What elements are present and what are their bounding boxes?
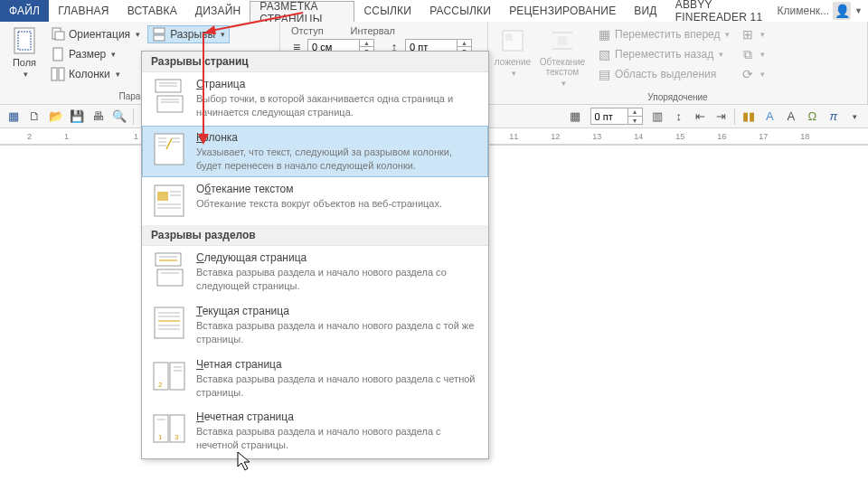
svg-rect-37: [155, 307, 184, 338]
qat-border-btn[interactable]: ▦: [565, 107, 584, 127]
bring-forward-button[interactable]: ▦Переместить вперед▾: [593, 25, 733, 43]
tab-mailings[interactable]: РАССЫЛКИ: [420, 0, 500, 22]
break-even-page-desc: Вставка разрыва раздела и начало нового …: [196, 373, 479, 400]
wrap-label: Обтеканиетекстом: [540, 57, 585, 77]
selection-pane-label: Область выделения: [615, 68, 716, 80]
orientation-button[interactable]: Ориентация▾: [47, 25, 144, 43]
qat-preview-icon[interactable]: 🔍: [109, 107, 128, 127]
tab-abbyy[interactable]: ABBYY FineReader 11: [666, 0, 772, 22]
svg-rect-5: [52, 68, 57, 80]
align-icon: ⊞: [741, 27, 755, 42]
tab-review[interactable]: РЕЦЕНЗИРОВАНИЕ: [500, 0, 625, 22]
odd-page-section-icon: 13: [151, 410, 187, 447]
spinner-up-icon[interactable]: ▲: [458, 39, 471, 47]
svg-text:3: 3: [175, 433, 179, 441]
qat-symbol-icon[interactable]: Ω: [803, 107, 822, 127]
tab-home[interactable]: ГЛАВНАЯ: [49, 0, 118, 22]
qat-word-icon[interactable]: ▦: [4, 107, 23, 127]
send-backward-icon: ▧: [597, 47, 611, 61]
break-next-page-title: Следующая страница: [196, 251, 479, 264]
size-button[interactable]: Размер▾: [47, 45, 144, 63]
columns-button[interactable]: Колонки▾: [47, 65, 144, 83]
svg-rect-11: [558, 36, 567, 45]
break-column-item[interactable]: КолонкаУказывает, что текст, следующий з…: [142, 126, 488, 178]
qat-open-icon[interactable]: 📂: [46, 107, 65, 127]
user-name: Клименк...: [778, 5, 830, 17]
break-continuous-item[interactable]: Текущая страницаВставка разрыва раздела …: [142, 299, 488, 353]
position-label: ложение: [495, 57, 531, 67]
selection-pane-button[interactable]: ▤Область выделения: [593, 65, 733, 83]
svg-rect-10: [505, 33, 513, 41]
break-next-page-desc: Вставка разрыва раздела и начало нового …: [196, 266, 479, 293]
break-column-desc: Указывает, что текст, следующий за разры…: [196, 146, 479, 173]
qat-indent-dec-icon[interactable]: ⇤: [690, 107, 709, 127]
tab-page-layout[interactable]: РАЗМЕТКА СТРАНИЦЫ: [250, 1, 354, 23]
tab-references[interactable]: ССЫЛКИ: [354, 0, 420, 22]
tab-design[interactable]: ДИЗАЙН: [186, 0, 250, 22]
qat-spacing-icon[interactable]: ↕: [669, 107, 688, 127]
qat-columns-icon[interactable]: ▥: [648, 107, 667, 127]
break-page-desc: Выбор точки, в которой заканчивается одн…: [196, 92, 479, 119]
chevron-down-icon: ▾: [760, 30, 765, 39]
break-wrap-item[interactable]: Обтекание текстомОбтекание текста вокруг…: [142, 177, 488, 225]
send-backward-label: Переместить назад: [615, 48, 713, 61]
break-page-item[interactable]: СтраницаВыбор точки, в которой заканчива…: [142, 72, 488, 126]
separator: [133, 108, 134, 125]
break-even-page-item[interactable]: 2 Четная страницаВставка разрыва раздела…: [142, 353, 488, 406]
qat-reading-icon[interactable]: ▮▮: [739, 107, 758, 127]
breaks-button[interactable]: Разрывы▾: [147, 25, 230, 43]
chevron-down-icon: ▾: [512, 69, 516, 78]
group-button[interactable]: ⧉▾: [737, 45, 769, 63]
margins-icon: [10, 26, 39, 55]
qat-equation-icon[interactable]: π: [824, 107, 843, 127]
orientation-icon: [51, 27, 65, 42]
svg-text:1: 1: [158, 433, 163, 441]
qat-more-icon[interactable]: ▾: [844, 107, 863, 127]
qat-new-icon[interactable]: 🗋: [24, 107, 43, 127]
page-break-icon: [152, 27, 166, 42]
rotate-button[interactable]: ⟳▾: [737, 65, 769, 83]
user-account[interactable]: Клименк... 👤 ▼: [772, 2, 868, 20]
spinner-up-icon[interactable]: ▲: [628, 108, 642, 117]
margins-button[interactable]: Поля ▾: [5, 24, 43, 90]
chevron-down-icon: ▾: [561, 79, 566, 88]
break-continuous-desc: Вставка разрыва раздела и начало нового …: [196, 319, 479, 346]
svg-text:2: 2: [158, 381, 163, 389]
break-column-title: Колонка: [196, 131, 479, 144]
rotate-icon: ⟳: [741, 67, 755, 81]
send-backward-button[interactable]: ▧Переместить назад▾: [593, 45, 733, 63]
selection-pane-icon: ▤: [597, 67, 611, 81]
svg-rect-7: [154, 28, 165, 33]
qat-indent-inc-icon[interactable]: ⇥: [712, 107, 731, 127]
chevron-down-icon: ▾: [760, 70, 765, 79]
tab-file[interactable]: ФАЙЛ: [0, 0, 49, 22]
margins-label: Поля: [13, 57, 36, 68]
wrap-text-button[interactable]: Обтеканиетекстом▾: [535, 24, 590, 90]
columns-label: Колонки: [69, 68, 110, 80]
tab-view[interactable]: ВИД: [625, 0, 665, 22]
spinner-up-icon[interactable]: ▲: [360, 39, 373, 47]
align-button[interactable]: ⊞▾: [737, 25, 769, 43]
svg-rect-15: [157, 96, 183, 112]
break-next-page-item[interactable]: Следующая страницаВставка разрыва раздел…: [142, 246, 488, 299]
spinner-down-icon[interactable]: ▼: [628, 117, 642, 125]
breaks-dropdown: Разрывы страниц СтраницаВыбор точки, в к…: [141, 51, 489, 459]
position-button[interactable]: ложение▾: [494, 24, 532, 90]
user-avatar-icon: 👤: [833, 2, 851, 20]
qat-save-icon[interactable]: 💾: [67, 107, 86, 127]
qat-spacing-input[interactable]: ▲▼: [590, 108, 643, 125]
svg-rect-3: [55, 32, 64, 40]
text-wrap-break-icon: [151, 183, 187, 219]
tab-insert[interactable]: ВСТАВКА: [118, 0, 186, 22]
separator: [734, 108, 735, 125]
break-odd-page-desc: Вставка разрыва раздела и начало нового …: [196, 425, 479, 452]
qat-textbox-icon[interactable]: A: [760, 107, 779, 127]
qat-fontcolor-icon[interactable]: A: [781, 107, 800, 127]
page-size-icon: [51, 47, 65, 61]
break-odd-page-item[interactable]: 13 Нечетная страницаВставка разрыва разд…: [142, 405, 488, 458]
chevron-down-icon: ▾: [760, 50, 765, 59]
bring-forward-icon: ▦: [597, 27, 611, 42]
qat-print-icon[interactable]: 🖶: [89, 107, 108, 127]
chevron-down-icon: ▾: [221, 30, 225, 39]
chevron-down-icon: ▾: [111, 50, 116, 59]
